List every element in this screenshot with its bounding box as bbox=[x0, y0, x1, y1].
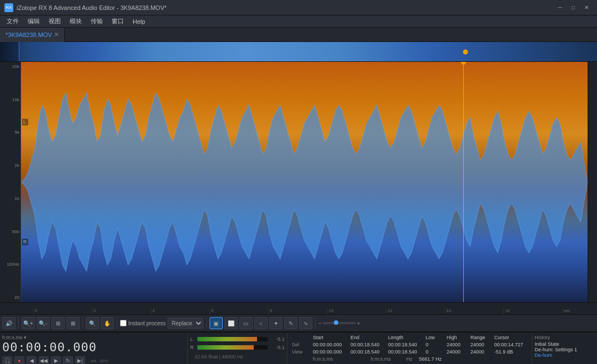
close-button[interactable]: ✕ bbox=[580, 3, 593, 13]
level-r-bar-wrap bbox=[197, 345, 268, 350]
select-tool-btn[interactable]: ▣ bbox=[210, 317, 223, 329]
sel-row: Sel 00:00:00.000 00:00:18.540 00:00:18.5… bbox=[292, 342, 527, 347]
minimize-button[interactable]: ─ bbox=[554, 3, 566, 13]
zoom-minus[interactable]: − bbox=[318, 320, 322, 326]
overview-selection bbox=[19, 42, 597, 61]
db-scale: dB 70 80 90 100 110 120 130 140 150 160 bbox=[588, 62, 597, 302]
tab-close-icon[interactable]: ✕ bbox=[54, 31, 59, 38]
cursor-col-label: Cursor bbox=[494, 335, 527, 340]
menu-module[interactable]: 模块 bbox=[65, 16, 86, 27]
mark-6: 6 bbox=[210, 308, 268, 314]
low-col-label: Low bbox=[426, 335, 442, 340]
timecode-display: 00:00:00.000 bbox=[2, 340, 185, 354]
lasso-btn[interactable]: ○ bbox=[254, 317, 268, 329]
sel-length: 00:00:18.540 bbox=[388, 342, 421, 347]
window-title: iZotope RX 8 Advanced Audio Editor - 3K9… bbox=[17, 4, 167, 11]
menu-view[interactable]: 视图 bbox=[44, 16, 65, 27]
bitrate-info: 32-bit float | 48000 Hz bbox=[190, 353, 285, 361]
history-dehum1[interactable]: De-hum: Settings 1 bbox=[535, 347, 597, 352]
zero-label: 0 bbox=[106, 358, 108, 363]
magic-wand-btn[interactable]: ✦ bbox=[269, 317, 282, 329]
menu-help[interactable]: Help bbox=[128, 17, 150, 26]
end-col-label: End bbox=[350, 335, 384, 340]
sel-cursor: 00:00:14.727 bbox=[494, 342, 527, 347]
level-row-r: R -5.1 bbox=[190, 345, 285, 350]
freq-5k: 5k bbox=[1, 130, 19, 135]
info-panel: Start End Length Low High Range Cursor S… bbox=[287, 333, 532, 364]
mark-0: 0 bbox=[33, 308, 92, 314]
freq-10k: 10k bbox=[1, 97, 19, 102]
prev-btn[interactable]: ◀ bbox=[27, 356, 36, 364]
zoom-slider[interactable] bbox=[323, 322, 356, 324]
waveform-svg bbox=[21, 62, 588, 302]
tab-bar: *3K9A8238.MOV ✕ bbox=[0, 28, 597, 42]
timeline: 0 2 4 6 8 10 12 14 16 sec bbox=[0, 302, 597, 314]
range-col-label: Range bbox=[470, 335, 490, 340]
view-cursor-db: -51.9 dB bbox=[494, 349, 527, 355]
zoom-in-time-btn[interactable]: 🔍+ bbox=[22, 317, 35, 329]
hms-label: h:m:s.ms bbox=[313, 356, 333, 362]
freq-500: 500 bbox=[1, 229, 19, 234]
time-select-btn[interactable]: ⬜ bbox=[224, 317, 238, 329]
hms2: h:m:s.ms bbox=[371, 356, 391, 362]
level-l-bar-wrap bbox=[197, 337, 268, 341]
menu-edit[interactable]: 编辑 bbox=[23, 16, 44, 27]
play-btn[interactable]: ▶ bbox=[51, 356, 61, 364]
sel-low: 0 bbox=[426, 342, 442, 347]
menu-transport[interactable]: 传输 bbox=[86, 16, 107, 27]
toolbar: 🔊 🔍+ 🔍- ⊞ ⊠ 🔍 ✋ Instant process Replace bbox=[0, 314, 597, 332]
headphones-btn[interactable]: 🎧 bbox=[2, 356, 12, 364]
freq-20: 20 bbox=[1, 295, 19, 300]
editor-wrapper: 20k 10k 5k 2k 1k 500 100Hz 20 bbox=[0, 62, 597, 332]
audio-icon-btn[interactable]: 🔊 bbox=[2, 317, 15, 329]
record-btn[interactable]: ● bbox=[14, 356, 24, 364]
zoom-plus[interactable]: + bbox=[357, 320, 360, 326]
view-length: 00:00:18.540 bbox=[388, 349, 421, 355]
history-initial[interactable]: Initial State bbox=[535, 341, 597, 347]
zoom-full-btn[interactable]: 🔍 bbox=[86, 317, 99, 329]
time-format-label[interactable]: h:m:s.ms ▾ bbox=[2, 335, 27, 340]
level-l-val: -5.1 bbox=[269, 336, 285, 342]
hand-tool-btn[interactable]: ✋ bbox=[101, 317, 114, 329]
view-low: 0 bbox=[426, 349, 442, 355]
next-btn[interactable]: ▶| bbox=[75, 356, 85, 364]
hz-label: Hz bbox=[406, 356, 412, 362]
mark-sec: sec bbox=[562, 308, 597, 314]
replace-select[interactable]: Replace bbox=[167, 318, 203, 329]
zoom-out-time-btn[interactable]: 🔍- bbox=[36, 317, 50, 329]
channel-l: L bbox=[22, 119, 28, 125]
sep3 bbox=[117, 318, 117, 329]
freq-100: 100Hz bbox=[1, 262, 19, 267]
menu-file[interactable]: 文件 bbox=[2, 16, 23, 27]
fit-btn[interactable]: ⊞ bbox=[51, 317, 65, 329]
freq-select-btn[interactable]: ▭ bbox=[239, 317, 253, 329]
titlebar: RX iZotope RX 8 Advanced Audio Editor - … bbox=[0, 0, 597, 15]
editor-canvas[interactable]: L R bbox=[21, 62, 588, 302]
zoom-slider-group: − + bbox=[318, 320, 360, 326]
mark-8: 8 bbox=[268, 308, 327, 314]
view-range: 24000 bbox=[470, 349, 490, 355]
rewind-btn[interactable]: ◀◀ bbox=[39, 356, 49, 364]
pencil-btn[interactable]: ∿ bbox=[299, 317, 312, 329]
hz-row: h:m:s.ms h:m:s.ms Hz 5661.7 Hz bbox=[292, 356, 527, 362]
zoom-thumb[interactable] bbox=[334, 320, 338, 325]
loop-btn[interactable]: ↻ bbox=[63, 356, 73, 364]
high-col-label: High bbox=[447, 335, 466, 340]
view-high: 24000 bbox=[447, 349, 466, 355]
tab-file[interactable]: *3K9A8238.MOV ✕ bbox=[0, 28, 65, 42]
history-dehum[interactable]: De-hum bbox=[535, 352, 597, 358]
timeline-marks: 0 2 4 6 8 10 12 14 16 sec bbox=[33, 308, 597, 314]
instant-process-check[interactable]: Instant process bbox=[120, 320, 166, 326]
sep5 bbox=[315, 318, 316, 329]
brush-btn[interactable]: ✎ bbox=[284, 317, 297, 329]
level-l-label: L bbox=[190, 336, 196, 342]
menu-window[interactable]: 窗口 bbox=[107, 16, 128, 27]
view-row: View 00:00:00.000 00:00:18.540 00:00:18.… bbox=[292, 349, 527, 355]
overview-strip[interactable] bbox=[0, 42, 597, 62]
editor-area[interactable]: 20k 10k 5k 2k 1k 500 100Hz 20 bbox=[0, 62, 597, 302]
minus20-label: -20 bbox=[98, 358, 105, 363]
maximize-button[interactable]: □ bbox=[567, 3, 579, 13]
level-r-bar bbox=[197, 345, 254, 350]
zoom-sel-btn[interactable]: ⊠ bbox=[66, 317, 80, 329]
instant-process-checkbox[interactable] bbox=[120, 320, 127, 326]
